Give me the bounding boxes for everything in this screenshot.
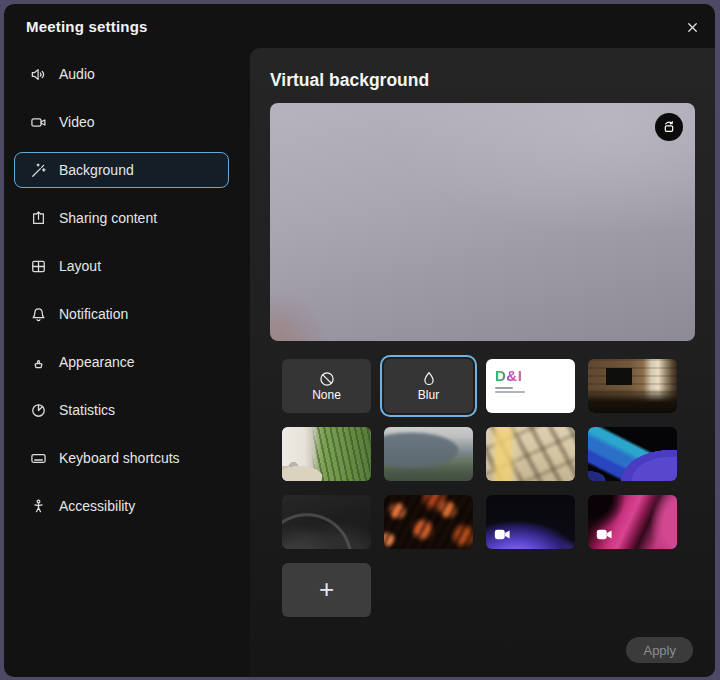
tile-label: Blur bbox=[418, 389, 439, 402]
meeting-settings-dialog: Meeting settings Audio Video Background bbox=[4, 4, 715, 677]
sidebar-item-label: Notification bbox=[59, 306, 128, 322]
sidebar-item-label: Appearance bbox=[59, 354, 135, 370]
bg-tile-blur[interactable]: Blur bbox=[384, 359, 473, 413]
bg-tile-blue-abstract[interactable] bbox=[588, 427, 677, 481]
share-icon bbox=[29, 209, 47, 227]
speaker-icon bbox=[29, 65, 47, 83]
d-and-i-logo: D&I bbox=[495, 368, 525, 393]
bg-tile-office[interactable] bbox=[588, 359, 677, 413]
blurred-mountains-thumbnail bbox=[384, 427, 473, 481]
bg-tile-purple-video[interactable] bbox=[486, 495, 575, 549]
sidebar-item-label: Statistics bbox=[59, 402, 115, 418]
prohibited-icon bbox=[318, 370, 336, 388]
logo-tagline-line bbox=[495, 387, 513, 389]
logo-tagline-line bbox=[495, 391, 525, 393]
sidebar-item-notification[interactable]: Notification bbox=[14, 296, 229, 332]
add-background-button[interactable]: + bbox=[282, 563, 371, 617]
flip-camera-button[interactable] bbox=[655, 113, 683, 141]
droplet-icon bbox=[420, 370, 438, 388]
sidebar-item-label: Background bbox=[59, 162, 134, 178]
sidebar-item-label: Audio bbox=[59, 66, 95, 82]
close-icon bbox=[685, 20, 700, 35]
bg-tile-none[interactable]: None bbox=[282, 359, 371, 413]
sidebar-item-label: Accessibility bbox=[59, 498, 135, 514]
bg-tile-living-room[interactable] bbox=[282, 427, 371, 481]
tile-label: None bbox=[312, 389, 341, 402]
sidebar-item-layout[interactable]: Layout bbox=[14, 248, 229, 284]
pie-chart-icon bbox=[29, 401, 47, 419]
bg-tile-lava[interactable] bbox=[384, 495, 473, 549]
sidebar-item-label: Video bbox=[59, 114, 95, 130]
sidebar-item-background[interactable]: Background bbox=[14, 152, 229, 188]
video-camera-icon bbox=[596, 528, 613, 541]
sidebar-item-audio[interactable]: Audio bbox=[14, 56, 229, 92]
window-light-thumbnail bbox=[486, 427, 575, 481]
sidebar-item-keyboard-shortcuts[interactable]: Keyboard shortcuts bbox=[14, 440, 229, 476]
paintbrush-icon bbox=[29, 353, 47, 371]
bg-tile-pink-video[interactable] bbox=[588, 495, 677, 549]
blue-abstract-thumbnail bbox=[588, 427, 677, 481]
dialog-title: Meeting settings bbox=[26, 18, 148, 35]
sidebar-item-statistics[interactable]: Statistics bbox=[14, 392, 229, 428]
living-room-thumbnail bbox=[282, 427, 371, 481]
sidebar-item-video[interactable]: Video bbox=[14, 104, 229, 140]
title-bar: Meeting settings bbox=[4, 4, 715, 50]
office-room-thumbnail bbox=[588, 359, 677, 413]
bg-tile-mountains[interactable] bbox=[384, 427, 473, 481]
camera-preview bbox=[270, 103, 695, 341]
accessibility-icon bbox=[29, 497, 47, 515]
bg-tile-window-light[interactable] bbox=[486, 427, 575, 481]
sidebar-item-label: Layout bbox=[59, 258, 101, 274]
keyboard-icon bbox=[29, 449, 47, 467]
video-camera-icon bbox=[494, 528, 511, 541]
virtual-background-panel: Virtual background None Blur bbox=[250, 48, 715, 677]
bg-tile-dark-swirl[interactable] bbox=[282, 495, 371, 549]
apply-button[interactable]: Apply bbox=[626, 637, 693, 663]
bell-icon bbox=[29, 305, 47, 323]
video-camera-icon bbox=[29, 113, 47, 131]
sidebar-item-label: Sharing content bbox=[59, 210, 157, 226]
dark-swirl-thumbnail bbox=[282, 495, 371, 549]
sidebar-item-sharing-content[interactable]: Sharing content bbox=[14, 200, 229, 236]
sidebar-item-label: Keyboard shortcuts bbox=[59, 450, 180, 466]
panel-title: Virtual background bbox=[270, 70, 695, 91]
settings-sidebar: Audio Video Background Sharing content L bbox=[4, 50, 250, 677]
plus-icon: + bbox=[319, 576, 334, 602]
close-button[interactable] bbox=[681, 16, 703, 38]
grid-layout-icon bbox=[29, 257, 47, 275]
bg-tile-d-and-i[interactable]: D&I bbox=[486, 359, 575, 413]
flip-camera-icon bbox=[661, 119, 677, 135]
background-grid: None Blur D&I bbox=[282, 359, 695, 617]
lava-texture-thumbnail bbox=[384, 495, 473, 549]
sidebar-item-accessibility[interactable]: Accessibility bbox=[14, 488, 229, 524]
sidebar-item-appearance[interactable]: Appearance bbox=[14, 344, 229, 380]
magic-wand-icon bbox=[29, 161, 47, 179]
